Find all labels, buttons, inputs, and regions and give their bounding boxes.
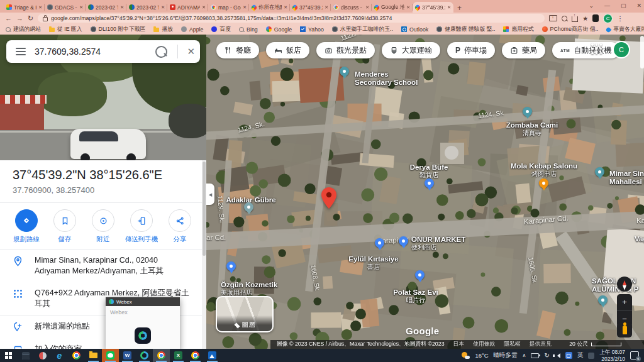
profile-avatar[interactable]: C	[603, 14, 613, 23]
browser-tab[interactable]: ADIYAMAN	[167, 2, 208, 13]
bookmark-item[interactable]: Outlook	[401, 26, 428, 33]
feedback-link[interactable]: 提供意見	[530, 341, 552, 348]
side-panel-icon[interactable]	[592, 14, 599, 22]
tab-close-icon[interactable]	[325, 5, 328, 10]
store-pin-icon[interactable]	[399, 236, 408, 246]
poi-label[interactable]: Derya Büfe雜貨店	[410, 163, 448, 179]
restaurant-pin-icon[interactable]	[539, 178, 548, 188]
taskbar-calculator[interactable]	[17, 349, 34, 362]
layers-button[interactable]: 圖層	[216, 296, 274, 332]
tab-close-icon[interactable]	[284, 5, 287, 10]
weather-icon[interactable]	[462, 351, 470, 359]
bookmark-item[interactable]: DLI100 附中下載區	[91, 26, 146, 33]
business-pin-icon[interactable]	[244, 202, 253, 212]
bookmark-item[interactable]: Apple	[181, 26, 204, 33]
transit-filter[interactable]: 大眾運輸	[382, 42, 440, 58]
map-canvas-area[interactable]: 餐廳 飯店 觀光景點 大眾運輸 P停車場 藥局 ATM自動提款機 1124. S…	[206, 35, 644, 349]
bookmark-item[interactable]: 應用程式	[503, 26, 533, 33]
bookmark-item[interactable]: 從 IE 匯入	[49, 26, 82, 33]
back-icon[interactable]: ←	[5, 15, 12, 22]
tray-expand-icon[interactable]: ∧	[523, 353, 526, 358]
install-icon[interactable]	[549, 15, 557, 21]
pegman-button[interactable]	[617, 322, 632, 337]
taskbar-internet-explorer[interactable]: e	[51, 349, 68, 362]
neighborhood-pin-icon[interactable]	[595, 167, 604, 177]
battery-icon[interactable]	[531, 353, 539, 358]
tab-close-icon[interactable]	[406, 5, 410, 10]
google-apps-grid-icon[interactable]	[591, 43, 602, 55]
sync-icon[interactable]: ↻	[544, 353, 549, 359]
dropped-pin-icon[interactable]	[321, 187, 336, 209]
poi-label[interactable]: Menderes Secondary School	[355, 70, 420, 87]
bookmark-item[interactable]: 水里鄉手工咖啡的玉..	[332, 26, 393, 33]
minimize-button[interactable]: —	[604, 3, 610, 9]
close-button[interactable]: ✕	[636, 3, 641, 9]
region-link[interactable]: 日本	[453, 341, 465, 348]
bookmark-item[interactable]: 百度	[211, 26, 231, 33]
close-icon[interactable]: ✕	[187, 46, 195, 57]
aluminum-shop-pin-icon[interactable]	[598, 295, 608, 305]
bookmark-star-icon[interactable]: ★	[582, 15, 588, 22]
tab-close-icon[interactable]	[243, 5, 247, 10]
start-button[interactable]	[0, 349, 17, 362]
cosmetics-pin-icon[interactable]	[226, 261, 236, 271]
ime-icon[interactable]	[565, 352, 572, 359]
panel-scrollbar[interactable]	[202, 160, 206, 349]
map-scrollbar[interactable]	[640, 36, 644, 69]
taskbar-chrome-2[interactable]	[187, 349, 204, 362]
browser-tab[interactable]: 37°45'39.2"N 3	[290, 2, 331, 13]
weather-desc[interactable]: 晴時多雲	[494, 351, 518, 359]
tab-search-chevron-icon[interactable]: ⌄	[589, 3, 594, 9]
save-button[interactable]: 儲存	[46, 209, 84, 244]
forward-icon[interactable]: →	[16, 15, 23, 22]
address-row[interactable]: Mimar Sinan, Karapinar Cd., 02040 Adıyam…	[0, 250, 206, 282]
taskbar-webex[interactable]	[136, 349, 153, 362]
tab-close-icon[interactable]	[120, 5, 124, 10]
browser-tab-active[interactable]: 37°45'39.2"N 3	[413, 2, 453, 13]
restore-button[interactable]: ▢	[621, 3, 626, 9]
input-language[interactable]: 英	[577, 351, 584, 359]
address-bar[interactable]: google.com/maps/place/37°45'39.2"N+38°15…	[38, 14, 545, 23]
search-input[interactable]: 37.7609,38.2574	[35, 47, 149, 57]
poi-label[interactable]: ONUR MARKET便利商店	[411, 236, 465, 251]
webex-placeholder[interactable]: Webex	[110, 309, 128, 315]
tab-close-icon[interactable]	[79, 5, 83, 10]
nearby-button[interactable]: 附近	[84, 209, 122, 244]
tab-close-icon[interactable]	[365, 5, 369, 10]
poi-label[interactable]: Özgün Kozmetik美妝用品店	[221, 281, 277, 297]
reload-icon[interactable]: ↻	[28, 15, 33, 22]
pharmacies-filter[interactable]: 藥局	[502, 42, 545, 58]
compass-button[interactable]	[617, 277, 632, 292]
mosque-pin-icon[interactable]	[523, 107, 532, 116]
browser-tab[interactable]: 2023-02 Türki	[126, 2, 167, 13]
browser-tab[interactable]: Google 地圖	[372, 2, 413, 13]
taskbar-clock[interactable]: 上午 08:07 2023/2/10	[599, 349, 625, 361]
poi-label[interactable]: Zombaba Cami清真寺	[506, 121, 558, 137]
collapse-panel-button[interactable]: ◂	[206, 184, 214, 205]
tab-close-icon[interactable]	[202, 5, 206, 10]
bookmark-item[interactable]: 健康醫療 體驗版 堅..	[436, 26, 495, 33]
taskbar-file-explorer[interactable]	[85, 349, 102, 362]
zo om-in-button[interactable]: +	[617, 294, 632, 311]
webex-window[interactable]: Webex Webex	[106, 297, 180, 349]
bookmark-item[interactable]: Yahoo	[300, 26, 324, 33]
browser-tab[interactable]: map - Google	[208, 2, 249, 13]
bookmark-item[interactable]: Google	[266, 26, 292, 33]
search-box[interactable]: 37.7609,38.2574 ✕	[6, 40, 200, 63]
share-page-icon[interactable]	[572, 16, 578, 22]
attractions-filter[interactable]: 觀光景點	[316, 42, 375, 58]
tab-close-icon[interactable]	[161, 5, 165, 10]
bookmark-item[interactable]: PChome商店街 個..	[542, 26, 599, 33]
taskbar-line[interactable]	[102, 349, 119, 362]
taskbar-word[interactable]: W	[119, 349, 136, 362]
bookmark-item[interactable]: 建議的網站	[6, 26, 41, 33]
weather-temp[interactable]: 16°C	[475, 352, 488, 359]
poi-label[interactable]: Mola Kebap Salonu烤肉串店	[511, 162, 577, 178]
account-avatar[interactable]: C	[613, 41, 630, 58]
poi-label[interactable]: Polat Saz Evi唱片行	[393, 288, 438, 304]
taskbar-photos[interactable]	[204, 349, 221, 362]
browser-tab[interactable]: Triage & Repo	[4, 2, 45, 13]
search-icon[interactable]	[155, 46, 167, 58]
taskbar-chrome[interactable]	[68, 349, 85, 362]
atms-filter[interactable]: ATM自動提款機	[552, 42, 619, 58]
